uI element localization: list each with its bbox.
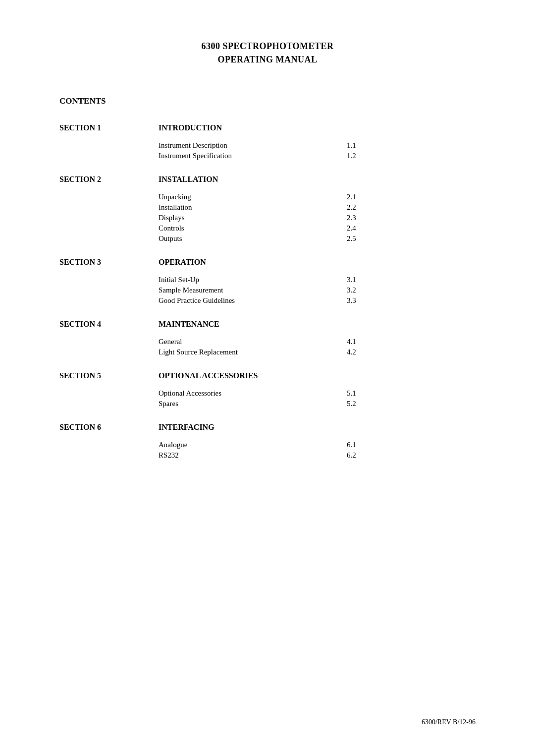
entry-text: Instrument Description — [159, 141, 317, 150]
toc-entry: Controls2.4 — [159, 224, 476, 233]
toc-entry: Unpacking2.1 — [159, 193, 476, 201]
title-line-1: 6300 SPECTROPHOTOMETER — [59, 40, 476, 53]
toc-entry: Initial Set-Up3.1 — [159, 276, 476, 284]
title-line-2: OPERATING MANUAL — [59, 53, 476, 66]
entry-number: 5.1 — [347, 389, 356, 398]
entry-number: 4.1 — [347, 338, 356, 346]
toc-section-2: SECTION 2INSTALLATIONUnpacking2.1Install… — [59, 175, 476, 243]
toc-section-6: SECTION 6INTERFACINGAnalogue6.1RS2326.2 — [59, 423, 476, 460]
toc-entry: Instrument Description1.1 — [159, 141, 476, 150]
section-label-6: SECTION 6 — [59, 423, 159, 432]
section-label-2: SECTION 2 — [59, 175, 159, 184]
footer: 6300/REV B/12-96 — [422, 718, 476, 726]
entry-text: RS232 — [159, 451, 317, 460]
entry-number: 1.1 — [347, 141, 356, 150]
section-title-5: OPTIONAL ACCESSORIES — [159, 371, 476, 380]
entry-text: Unpacking — [159, 193, 317, 201]
toc-entry: Good Practice Guidelines3.3 — [159, 296, 476, 305]
entry-text: Analogue — [159, 441, 317, 449]
toc-entry: Instrument Specification1.2 — [159, 152, 476, 160]
section-title-1: INTRODUCTION — [159, 123, 476, 132]
entry-number: 5.2 — [347, 400, 356, 408]
toc-section-1: SECTION 1INTRODUCTIONInstrument Descript… — [59, 123, 476, 160]
section-label-3: SECTION 3 — [59, 258, 159, 267]
entry-number: 2.1 — [347, 193, 356, 201]
entry-number: 6.1 — [347, 441, 356, 449]
toc-entry: Installation2.2 — [159, 203, 476, 212]
entry-number: 3.1 — [347, 276, 356, 284]
contents-heading: CONTENTS — [59, 96, 476, 106]
entry-text: Displays — [159, 214, 317, 222]
entry-text: Optional Accessories — [159, 389, 317, 398]
entry-number: 1.2 — [347, 152, 356, 160]
toc-entry: Optional Accessories5.1 — [159, 389, 476, 398]
entry-text: Instrument Specification — [159, 152, 317, 160]
toc-entry: Analogue6.1 — [159, 441, 476, 449]
section-title-3: OPERATION — [159, 258, 476, 267]
entry-number: 2.3 — [347, 214, 356, 222]
toc-entry: General4.1 — [159, 338, 476, 346]
toc-entry: Displays2.3 — [159, 214, 476, 222]
toc-entries-section-1: Instrument Description1.1Instrument Spec… — [159, 141, 476, 160]
toc-entry: Sample Measurement3.2 — [159, 286, 476, 294]
toc-container: SECTION 1INTRODUCTIONInstrument Descript… — [59, 123, 476, 460]
toc-section-5: SECTION 5OPTIONAL ACCESSORIESOptional Ac… — [59, 371, 476, 408]
entry-number: 3.3 — [347, 296, 356, 305]
entry-text: Sample Measurement — [159, 286, 317, 294]
entry-text: Outputs — [159, 234, 317, 243]
section-title-4: MAINTENANCE — [159, 320, 476, 329]
section-label-4: SECTION 4 — [59, 320, 159, 329]
entry-text: Light Source Replacement — [159, 348, 317, 356]
page: 6300 SPECTROPHOTOMETER OPERATING MANUAL … — [0, 0, 535, 756]
entry-number: 3.2 — [347, 286, 356, 294]
toc-entries-section-4: General4.1Light Source Replacement4.2 — [159, 338, 476, 356]
toc-entries-section-3: Initial Set-Up3.1Sample Measurement3.2Go… — [159, 276, 476, 305]
toc-entries-section-6: Analogue6.1RS2326.2 — [159, 441, 476, 460]
entry-number: 6.2 — [347, 451, 356, 460]
entry-number: 2.5 — [347, 234, 356, 243]
document-title: 6300 SPECTROPHOTOMETER OPERATING MANUAL — [59, 40, 476, 66]
footer-text: 6300/REV B/12-96 — [422, 718, 476, 726]
entry-text: Installation — [159, 203, 317, 212]
toc-section-3: SECTION 3OPERATIONInitial Set-Up3.1Sampl… — [59, 258, 476, 305]
section-label-1: SECTION 1 — [59, 123, 159, 132]
toc-entry: RS2326.2 — [159, 451, 476, 460]
toc-entry: Light Source Replacement4.2 — [159, 348, 476, 356]
entry-text: Controls — [159, 224, 317, 233]
section-title-6: INTERFACING — [159, 423, 476, 432]
entry-number: 2.2 — [347, 203, 356, 212]
entry-text: Spares — [159, 400, 317, 408]
entry-number: 4.2 — [347, 348, 356, 356]
section-label-5: SECTION 5 — [59, 371, 159, 380]
toc-entries-section-5: Optional Accessories5.1Spares5.2 — [159, 389, 476, 408]
toc-entries-section-2: Unpacking2.1Installation2.2Displays2.3Co… — [159, 193, 476, 243]
entry-text: Initial Set-Up — [159, 276, 317, 284]
toc-entry: Spares5.2 — [159, 400, 476, 408]
entry-text: Good Practice Guidelines — [159, 296, 317, 305]
entry-text: General — [159, 338, 317, 346]
toc-section-4: SECTION 4MAINTENANCEGeneral4.1Light Sour… — [59, 320, 476, 356]
section-title-2: INSTALLATION — [159, 175, 476, 184]
toc-entry: Outputs2.5 — [159, 234, 476, 243]
entry-number: 2.4 — [347, 224, 356, 233]
